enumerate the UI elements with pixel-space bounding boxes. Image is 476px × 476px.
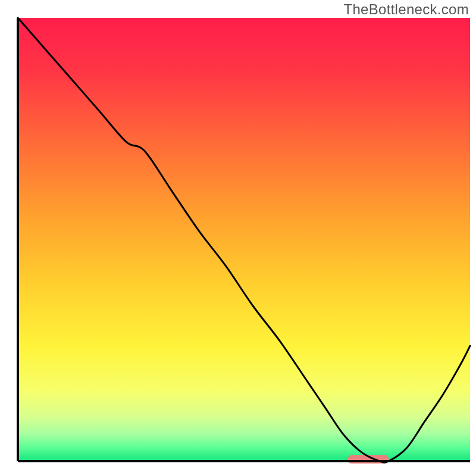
bottleneck-chart [0,0,476,476]
chart-frame: TheBottleneck.com [0,0,476,476]
chart-background-gradient [18,18,470,461]
